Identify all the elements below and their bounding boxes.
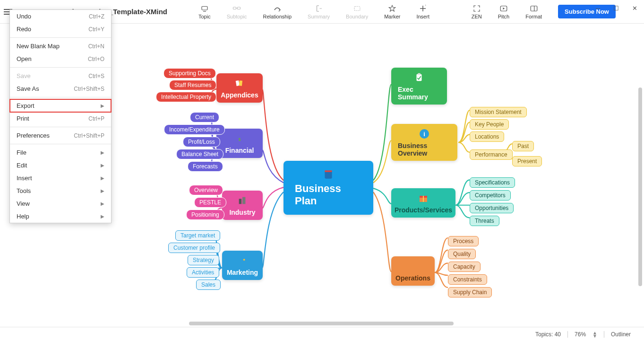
horizontal-scrollbar[interactable] [0,321,636,326]
svg-rect-17 [239,80,243,86]
svg-marker-11 [503,7,505,9]
tool-pitch[interactable]: Pitch [498,4,509,19]
leaf[interactable]: Supporting Docs [163,68,216,79]
central-topic[interactable]: Business Plan [283,161,373,215]
leaf[interactable]: Activities [187,267,219,278]
svg-rect-3 [238,7,240,9]
menu-item-redo[interactable]: RedoCtrl+Y [10,23,111,35]
svg-rect-15 [325,170,332,172]
svg-rect-22 [417,74,422,81]
menu-item-save-as[interactable]: Save AsCtrl+Shift+S [10,82,111,95]
menu-item-print[interactable]: PrintCtrl+P [10,112,111,125]
format-icon [530,4,538,13]
tool-insert[interactable]: Insert [416,4,429,19]
node-appendices[interactable]: Appendices [216,73,263,103]
menu-item-view[interactable]: View▶ [10,197,111,210]
moneybag-icon: $ [233,132,246,145]
leaf[interactable]: Past [512,141,534,151]
tool-subtopic[interactable]: Subtopic [227,4,247,19]
leaf[interactable]: Customer profile [168,243,220,253]
leaf[interactable]: PESTLE [194,197,226,208]
menu-item-insert[interactable]: Insert▶ [10,172,111,184]
tool-zen[interactable]: ZEN [472,4,482,19]
tool-summary[interactable]: Summary [308,4,330,19]
minimize-button[interactable]: ─ [596,5,600,12]
pitch-icon [499,4,508,13]
window-controls: ─ ☐ ✕ [596,5,637,12]
menu-item-export[interactable]: Export▶ [10,99,111,112]
leaf[interactable]: Positioning [186,210,224,220]
leaf[interactable]: Income/Expenditure [164,124,225,135]
leaf[interactable]: Overview [189,185,223,195]
tool-format[interactable]: Format [525,4,542,19]
close-button[interactable]: ✕ [632,5,637,12]
svg-marker-7 [389,5,396,11]
node-label: Marketing [227,269,258,276]
tool-marker[interactable]: Marker [384,4,400,19]
leaf[interactable]: Opportunities [470,203,514,213]
leaf[interactable]: Performance [470,149,513,160]
menu-item-tools[interactable]: Tools▶ [10,184,111,197]
menu-item-help[interactable]: Help▶ [10,210,111,223]
leaf[interactable]: Target market [175,230,220,241]
svg-text:$: $ [239,138,241,142]
svg-rect-23 [418,73,421,75]
svg-point-21 [243,259,245,261]
menu-item-edit[interactable]: Edit▶ [10,159,111,172]
menu-item-undo[interactable]: UndoCtrl+Z [10,10,111,23]
node-business-overview[interactable]: i Business Overview [391,124,457,161]
relationship-icon [273,4,282,13]
maximize-button[interactable]: ☐ [613,5,619,12]
menu-item-new-blank-map[interactable]: New Blank MapCtrl+N [10,40,111,52]
leaf[interactable]: Supply Chain [448,287,492,297]
menu-item-preferences[interactable]: PreferencesCtrl+Shift+P [10,129,111,142]
node-label: Operations [395,274,430,282]
leaf[interactable]: Key People [470,119,509,130]
menu-item-file[interactable]: File▶ [10,146,111,159]
leaf[interactable]: Forecasts [188,161,223,172]
buildings-icon [236,194,249,207]
node-products-services[interactable]: Products/Services [391,188,455,218]
leaf[interactable]: Quality [448,249,476,259]
leaf[interactable]: Specifications [470,177,515,188]
megaphone-icon [236,254,249,267]
leaf[interactable]: Locations [470,131,504,142]
tool-label: ZEN [472,14,482,19]
tool-topic[interactable]: Topic [198,4,211,19]
gift-icon [417,192,429,204]
leaf[interactable]: Present [512,156,542,166]
leaf[interactable]: Profit/Loss [183,137,220,147]
tool-label: Subtopic [227,14,247,19]
menu-item-open[interactable]: OpenCtrl+O [10,52,111,65]
tool-relationship[interactable]: Relationship [263,4,292,19]
clipboard-icon [413,71,425,84]
tool-label: Relationship [263,14,292,19]
leaf[interactable]: Sales [196,280,221,290]
menu-item-save[interactable]: SaveCtrl+S [10,70,111,82]
leaf[interactable]: Staff Resumes [169,80,216,90]
leaf[interactable]: Competitors [470,190,511,201]
topics-count: Topics: 40 [535,331,561,338]
node-industry[interactable]: Industry [222,191,263,220]
node-label: Business Overview [398,142,451,157]
tool-label: Format [525,14,542,19]
leaf[interactable]: Threats [470,216,499,226]
leaf[interactable]: Capacity [448,262,481,272]
leaf[interactable]: Intellectual Property [156,92,216,102]
node-exec-summary[interactable]: Exec Summary [391,68,447,105]
leaf[interactable]: Current [190,112,219,122]
zoom-level[interactable]: 76% [575,331,586,338]
tool-label: Summary [308,14,330,19]
leaf[interactable]: Balance Sheet [176,149,223,159]
outliner-button[interactable]: Outliner [611,331,631,338]
zoom-stepper[interactable]: ▲▼ [592,331,597,338]
leaf[interactable]: Constraints [448,274,487,285]
node-operations[interactable]: Operations [391,256,435,286]
node-marketing[interactable]: Marketing [222,251,263,280]
tool-boundary[interactable]: Boundary [346,4,368,19]
boundary-icon [353,4,361,13]
leaf[interactable]: Process [448,236,479,246]
leaf[interactable]: Mission Statement [470,107,527,117]
vertical-scrollbar[interactable] [637,26,643,320]
leaf[interactable]: Strategy [188,255,219,265]
